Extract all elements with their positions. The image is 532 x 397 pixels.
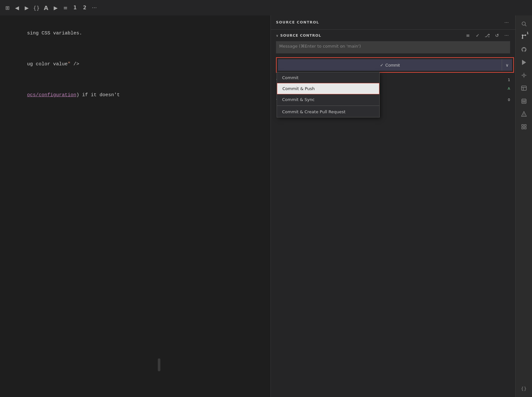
- commit-push-option-label: Commit & Push: [282, 86, 315, 91]
- svg-rect-29: [524, 127, 526, 129]
- sidebar-icon-calendar[interactable]: [518, 95, 530, 107]
- editor-text: sing CSS variables.: [27, 31, 82, 36]
- toolbar-icon-2[interactable]: 2: [81, 4, 88, 11]
- svg-marker-8: [522, 60, 526, 65]
- svg-rect-27: [524, 125, 526, 126]
- svg-rect-14: [521, 86, 526, 90]
- changes-count: 0: [508, 98, 510, 102]
- editor-line-2: [6, 45, 271, 53]
- toolbar-icon-1[interactable]: 1: [71, 4, 79, 11]
- svg-point-3: [525, 35, 526, 36]
- svg-line-1: [525, 25, 526, 26]
- svg-point-0: [522, 22, 526, 25]
- commit-dropdown-button[interactable]: ∨: [502, 59, 512, 71]
- toolbar-icon-more[interactable]: ···: [91, 4, 98, 11]
- editor-area: sing CSS variables. ug color value" /> o…: [0, 15, 271, 397]
- right-sidebar: 1: [515, 15, 532, 397]
- editor-plain-text: ) if it doesn't: [76, 92, 120, 98]
- svg-point-4: [522, 38, 523, 39]
- sidebar-icon-warning[interactable]: [518, 108, 530, 120]
- sc-icon-check[interactable]: ✓: [474, 32, 481, 39]
- svg-rect-26: [522, 125, 523, 126]
- sidebar-icon-github[interactable]: [518, 44, 530, 55]
- sidebar-icon-debug[interactable]: [518, 69, 530, 81]
- toolbar-icon-layout[interactable]: ⊞: [4, 4, 11, 11]
- commit-option-label: Commit: [282, 75, 299, 80]
- sc-body: ∨ Staged Changes 1 MD index.md Personal-…: [271, 75, 515, 397]
- editor-text-2: ug color value" />: [27, 61, 79, 67]
- editor-line-3: ug color value" />: [6, 53, 271, 76]
- sidebar-icon-search[interactable]: [518, 18, 530, 30]
- sidebar-icon-extensions[interactable]: [518, 121, 530, 133]
- sidebar-icon-explorer[interactable]: [518, 82, 530, 94]
- svg-point-25: [524, 115, 524, 115]
- dropdown-item-commit-push[interactable]: Commit & Push: [277, 83, 379, 94]
- dropdown-item-commit-pr[interactable]: Commit & Create Pull Request: [277, 106, 379, 117]
- editor-scrollbar[interactable]: [158, 358, 160, 371]
- svg-point-9: [523, 74, 525, 76]
- editor-line-1: sing CSS variables.: [6, 22, 271, 45]
- sc-subheader-title: SOURCE CONTROL: [280, 33, 464, 38]
- editor-link: ocs/configuration: [27, 92, 76, 98]
- staged-changes-count: 1: [508, 78, 510, 82]
- source-control-badge: 1: [527, 32, 528, 35]
- commit-message-area: [276, 41, 510, 55]
- commit-main-button[interactable]: ✓ Commit: [278, 59, 502, 71]
- commit-button-row: ✓ Commit ∨ Commit Commit & Push Commit &…: [276, 57, 514, 73]
- commit-dropdown-menu: Commit Commit & Push Commit & Sync Commi…: [277, 72, 380, 117]
- dropdown-item-commit-sync[interactable]: Commit & Sync: [277, 94, 379, 105]
- toolbar-icon-forward[interactable]: ▶: [23, 4, 30, 11]
- source-control-panel: SOURCE CONTROL ··· ∨ SOURCE CONTROL ≡ ✓ …: [271, 15, 515, 397]
- top-toolbar: ⊞ ◀ ▶ {} A ▶ ≡ 1 2 ···: [0, 0, 532, 15]
- sidebar-icon-source-control[interactable]: 1: [518, 31, 530, 42]
- sc-subheader: ∨ SOURCE CONTROL ≡ ✓ ⎇ ↺ ···: [271, 30, 515, 41]
- file-status-badge: A: [508, 87, 510, 91]
- svg-rect-28: [522, 127, 523, 129]
- commit-label: Commit: [385, 63, 400, 68]
- brackets-symbol: {}: [521, 386, 527, 391]
- editor-line-4: [6, 76, 271, 84]
- sc-top-header: SOURCE CONTROL ···: [271, 15, 515, 30]
- main-area: sing CSS variables. ug color value" /> o…: [0, 15, 532, 397]
- toolbar-icon-back[interactable]: ◀: [14, 4, 21, 11]
- sc-panel-title: SOURCE CONTROL: [276, 20, 503, 24]
- svg-rect-22: [524, 102, 525, 102]
- sidebar-icon-run-debug[interactable]: [518, 57, 530, 68]
- toolbar-icon-play[interactable]: ▶: [52, 4, 59, 11]
- sc-header-icons: ···: [503, 19, 510, 26]
- commit-checkmark: ✓: [380, 63, 384, 68]
- svg-rect-21: [523, 102, 523, 102]
- commit-sync-option-label: Commit & Sync: [282, 97, 315, 102]
- dropdown-divider: [277, 106, 379, 106]
- commit-pr-option-label: Commit & Create Pull Request: [282, 109, 346, 114]
- dropdown-item-commit[interactable]: Commit: [277, 72, 379, 83]
- svg-rect-17: [522, 99, 526, 104]
- toolbar-icon-braces[interactable]: {}: [33, 4, 40, 11]
- toolbar-icon-lines[interactable]: ≡: [62, 4, 69, 11]
- toolbar-icon-a[interactable]: A: [43, 4, 50, 11]
- sc-header-icon-more[interactable]: ···: [503, 19, 510, 26]
- sidebar-icon-brackets[interactable]: {}: [518, 383, 530, 394]
- sc-subheader-icons: ≡ ✓ ⎇ ↺ ···: [464, 32, 510, 39]
- sc-icon-list[interactable]: ≡: [464, 32, 471, 39]
- sc-expand-icon[interactable]: ∨: [276, 34, 278, 37]
- chevron-down-icon: ∨: [506, 63, 509, 68]
- sc-icon-more[interactable]: ···: [503, 32, 510, 39]
- editor-line-5: ocs/configuration) if it doesn't: [6, 84, 271, 107]
- sc-icon-branch[interactable]: ⎇: [484, 32, 491, 39]
- commit-message-input[interactable]: [276, 41, 510, 53]
- sc-icon-refresh[interactable]: ↺: [493, 32, 500, 39]
